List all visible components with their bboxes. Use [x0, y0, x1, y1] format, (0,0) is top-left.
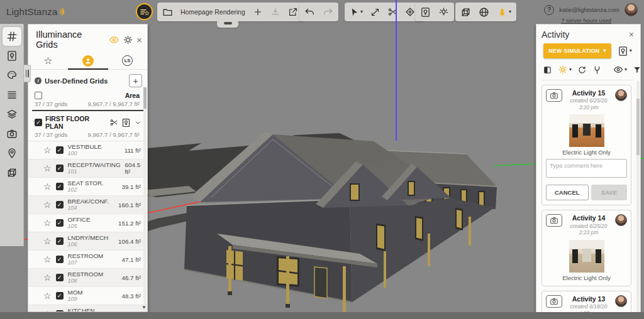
- strip-lighting-button[interactable]: [3, 46, 21, 65]
- avatar: [615, 295, 627, 307]
- star-icon[interactable]: ☆: [43, 200, 52, 209]
- select-tool-button[interactable]: ▾: [350, 8, 363, 17]
- location-globe-button[interactable]: [479, 7, 489, 18]
- strip-location-button[interactable]: [3, 144, 21, 163]
- grid-row[interactable]: ☆ ✓ OFFICE 105 151.2 ft²: [28, 214, 147, 232]
- select-all-checkbox[interactable]: [35, 92, 42, 99]
- download-button[interactable]: [270, 7, 280, 17]
- star-icon[interactable]: ☆: [43, 291, 52, 300]
- star-icon[interactable]: ☆: [43, 182, 52, 191]
- resize-tool-button[interactable]: [370, 8, 380, 17]
- star-icon[interactable]: ☆: [43, 273, 52, 282]
- filter-button[interactable]: ▾: [633, 65, 641, 74]
- undo-button[interactable]: [304, 7, 315, 18]
- contrast-toggle-button[interactable]: [543, 65, 552, 75]
- grid-name: SEAT STOR.: [68, 180, 118, 187]
- help-button[interactable]: ?: [544, 5, 554, 15]
- strip-views-button[interactable]: [3, 124, 21, 143]
- visibility-toggle-button[interactable]: [109, 35, 119, 45]
- user-avatar[interactable]: [625, 3, 638, 16]
- close-panel-button[interactable]: ×: [629, 30, 634, 40]
- grid-checkbox[interactable]: ✓: [56, 165, 64, 172]
- compare-fork-button[interactable]: [592, 65, 602, 75]
- comment-input[interactable]: [546, 159, 627, 178]
- cancel-button[interactable]: CANCEL: [546, 185, 589, 200]
- star-icon[interactable]: ☆: [43, 237, 52, 246]
- tab-user-grids[interactable]: [68, 52, 108, 69]
- grid-settings-button[interactable]: [123, 35, 133, 45]
- group-light-button[interactable]: [121, 118, 131, 127]
- grid-area: 39.1 ft²: [122, 183, 142, 190]
- grid-checkbox[interactable]: ✓: [56, 201, 64, 208]
- panel-scrollbar[interactable]: [143, 87, 147, 312]
- saved-views-button[interactable]: [136, 3, 153, 20]
- grid-row[interactable]: ☆ ✓ KITCHEN 110 252.5 ft²: [28, 305, 147, 312]
- redo-button[interactable]: [323, 7, 333, 18]
- camera-button[interactable]: [546, 89, 562, 102]
- star-icon[interactable]: ☆: [43, 219, 52, 227]
- group-collapse-button[interactable]: [134, 119, 142, 127]
- group-cut-button[interactable]: [109, 118, 118, 127]
- strip-schedules-button[interactable]: [3, 85, 21, 104]
- star-icon[interactable]: ☆: [43, 164, 52, 173]
- server-hours-link[interactable]: 7 server hours used: [561, 18, 611, 24]
- save-button[interactable]: SAVE: [591, 185, 627, 200]
- scrollbar-thumb[interactable]: [143, 87, 147, 109]
- simulation-type-button[interactable]: ▾: [618, 46, 632, 57]
- grid-checkbox[interactable]: ✓: [56, 146, 64, 154]
- refresh-button[interactable]: [577, 65, 587, 75]
- grid-row[interactable]: ☆ ✓ SEAT STOR. 102 39.1 ft²: [28, 178, 147, 196]
- globe-icon: [479, 7, 489, 18]
- strip-grids-button[interactable]: [3, 27, 21, 46]
- context-trees-button[interactable]: ▾: [497, 7, 511, 18]
- strip-materials-button[interactable]: [3, 66, 21, 85]
- activity-toolbar: ▾ ▾ ▾: [541, 63, 634, 80]
- electric-light-button[interactable]: [438, 7, 449, 18]
- eye-icon: [613, 65, 623, 75]
- toolbar-collapse-handle[interactable]: [217, 20, 238, 28]
- cut-tool-button[interactable]: [387, 7, 397, 17]
- grid-row[interactable]: ☆ ✓ BREAK/CONF. 104 160.1 ft²: [28, 196, 147, 214]
- render-thumbnail[interactable]: [569, 114, 604, 147]
- camera-button[interactable]: [546, 214, 562, 227]
- grid-row[interactable]: ☆ ✓ RECEPT/WAITING 101 604.5 ft²: [28, 160, 147, 178]
- visibility-filter-button[interactable]: ▾: [613, 65, 627, 75]
- group-checkbox[interactable]: ✓: [35, 119, 42, 126]
- grid-checkbox[interactable]: ✓: [56, 292, 64, 300]
- strip-model-button[interactable]: [3, 163, 21, 182]
- project-folder-button[interactable]: [162, 7, 173, 18]
- grid-name: RECEPT/WAITING: [68, 161, 121, 168]
- add-grid-button[interactable]: +: [129, 74, 142, 87]
- scroll-down-arrow[interactable]: ▼: [142, 305, 147, 310]
- close-panel-button[interactable]: ×: [136, 35, 142, 45]
- grid-checkbox[interactable]: ✓: [56, 256, 64, 263]
- render-thumbnail[interactable]: [569, 240, 604, 273]
- star-icon[interactable]: ☆: [43, 255, 52, 264]
- activity-created: created 6/25/20 2:23 pm: [565, 223, 613, 236]
- grid-row[interactable]: ☆ ✓ MOM 109 48.3 ft²: [28, 287, 147, 305]
- daylight-toggle-button[interactable]: ▾: [558, 65, 572, 75]
- grid-row[interactable]: ☆ ✓ RESTROOM 107 47.1 ft²: [28, 251, 147, 269]
- grid-row[interactable]: ☆ ✓ RESTROOM 108 46.7 ft²: [28, 269, 147, 287]
- star-icon[interactable]: ☆: [43, 146, 52, 154]
- grid-checkbox[interactable]: ✓: [56, 274, 64, 281]
- camera-button[interactable]: [546, 295, 562, 308]
- light-fixture-button[interactable]: [420, 7, 431, 18]
- grid-checkbox[interactable]: ✓: [56, 237, 64, 245]
- tab-favorites[interactable]: ☆: [28, 52, 68, 69]
- grid-checkbox[interactable]: ✓: [56, 183, 64, 190]
- grid-number: 109: [68, 296, 118, 302]
- scrollbar-thumb[interactable]: [636, 99, 640, 155]
- strip-layers-button[interactable]: [3, 105, 21, 124]
- panel-collapse-handle[interactable]: [24, 65, 31, 82]
- grid-row[interactable]: ☆ ✓ VESTIBULE 100 111 ft²: [28, 141, 147, 160]
- 3d-view-button[interactable]: [460, 7, 471, 18]
- grid-checkbox[interactable]: ✓: [56, 219, 64, 227]
- grid-row[interactable]: ☆ ✓ LNDRY/MECH 106 106.4 ft²: [28, 232, 147, 251]
- grid-area: 48.3 ft²: [122, 293, 142, 300]
- new-simulation-button[interactable]: NEW SIMULATION ▾: [543, 43, 611, 58]
- add-button[interactable]: [253, 7, 263, 17]
- export-button[interactable]: [288, 7, 298, 17]
- activity-created: created 6/25/20 3:20 pm: [565, 97, 613, 111]
- tab-lightstanza-grids[interactable]: LS: [108, 52, 147, 69]
